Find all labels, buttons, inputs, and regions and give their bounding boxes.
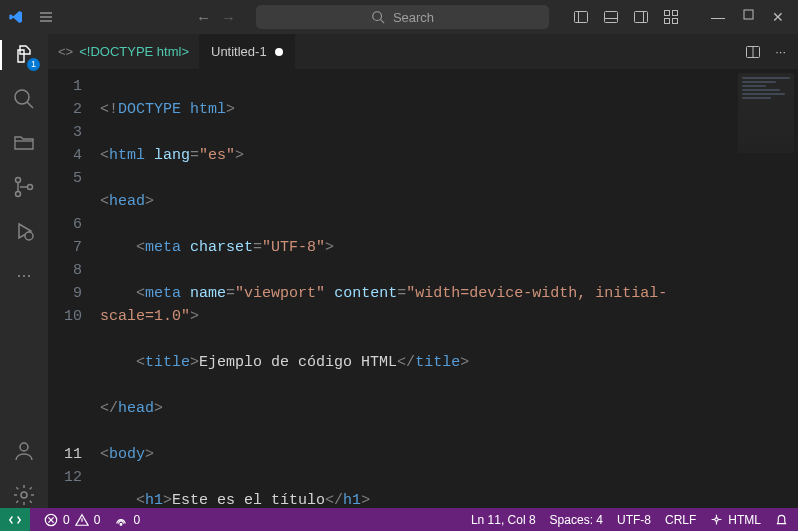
breadcrumb-doctype: <!DOCTYPE html> xyxy=(79,44,189,59)
editor-group: <> <!DOCTYPE html> Untitled-1 ··· 123456… xyxy=(48,34,798,508)
status-encoding[interactable]: UTF-8 xyxy=(617,513,651,527)
activity-bar: 1 ··· xyxy=(0,34,48,508)
nav-arrows: ← → xyxy=(196,9,236,26)
toggle-primary-sidebar-icon[interactable] xyxy=(573,9,589,25)
remote-indicator[interactable] xyxy=(0,508,30,531)
svg-line-17 xyxy=(27,102,33,108)
svg-point-31 xyxy=(121,523,123,525)
tab-title: Untitled-1 xyxy=(211,44,267,59)
search-icon xyxy=(371,10,385,24)
svg-point-20 xyxy=(28,185,33,190)
title-bar: ← → Search — ✕ xyxy=(0,0,798,34)
svg-rect-12 xyxy=(673,11,678,16)
accounts-icon[interactable] xyxy=(11,438,37,464)
maximize-icon[interactable] xyxy=(743,9,754,25)
customize-layout-icon[interactable] xyxy=(663,9,679,25)
status-language-mode[interactable]: HTML xyxy=(710,513,761,527)
line-number-gutter: 123456789101112 xyxy=(48,69,100,508)
status-problems[interactable]: 0 0 xyxy=(44,513,100,527)
status-bar: 0 0 0 Ln 11, Col 8 Spaces: 4 UTF-8 CRLF … xyxy=(0,508,798,531)
svg-point-24 xyxy=(21,492,27,498)
search-placeholder: Search xyxy=(393,10,434,25)
explorer-icon[interactable]: 1 xyxy=(11,42,37,68)
unsaved-dot-icon xyxy=(275,48,283,56)
status-cursor-position[interactable]: Ln 11, Col 8 xyxy=(471,513,536,527)
status-ports[interactable]: 0 xyxy=(114,513,140,527)
status-notifications-icon[interactable] xyxy=(775,513,788,526)
svg-rect-9 xyxy=(635,12,648,23)
folder-icon[interactable] xyxy=(11,130,37,156)
settings-gear-icon[interactable] xyxy=(11,482,37,508)
run-debug-icon[interactable] xyxy=(11,218,37,244)
vscode-logo-icon xyxy=(8,9,24,25)
nav-forward-icon[interactable]: → xyxy=(221,9,236,26)
svg-rect-7 xyxy=(605,12,618,23)
layout-controls xyxy=(569,9,683,25)
more-actions-icon[interactable]: ··· xyxy=(775,44,786,60)
minimize-icon[interactable]: — xyxy=(711,9,725,25)
code-content[interactable]: <!DOCTYPE html> <html lang="es"> <head> … xyxy=(100,69,798,508)
command-center-search[interactable]: Search xyxy=(256,5,549,29)
svg-rect-11 xyxy=(665,11,670,16)
svg-point-18 xyxy=(16,178,21,183)
svg-rect-13 xyxy=(665,19,670,24)
nav-back-icon[interactable]: ← xyxy=(196,9,211,26)
toggle-panel-icon[interactable] xyxy=(603,9,619,25)
split-editor-icon[interactable] xyxy=(745,44,761,60)
svg-point-19 xyxy=(16,192,21,197)
status-indentation[interactable]: Spaces: 4 xyxy=(550,513,603,527)
breadcrumb[interactable]: <> <!DOCTYPE html> xyxy=(48,44,199,59)
svg-rect-15 xyxy=(744,10,753,19)
close-icon[interactable]: ✕ xyxy=(772,9,784,25)
source-control-icon[interactable] xyxy=(11,174,37,200)
svg-point-23 xyxy=(20,443,28,451)
window-controls: — ✕ xyxy=(691,9,790,25)
main-area: 1 ··· <> <!DOCTYPE html> xyxy=(0,34,798,508)
explorer-badge: 1 xyxy=(27,58,40,71)
svg-point-32 xyxy=(715,518,718,521)
svg-point-22 xyxy=(25,232,33,240)
tab-bar: <> <!DOCTYPE html> Untitled-1 ··· xyxy=(48,34,798,69)
svg-rect-5 xyxy=(575,12,588,23)
more-icon[interactable]: ··· xyxy=(11,262,37,288)
svg-rect-14 xyxy=(673,19,678,24)
svg-point-16 xyxy=(15,90,29,104)
minimap[interactable] xyxy=(738,73,794,153)
search-sidebar-icon[interactable] xyxy=(11,86,37,112)
svg-line-4 xyxy=(381,20,385,24)
toggle-secondary-sidebar-icon[interactable] xyxy=(633,9,649,25)
hamburger-menu-icon[interactable] xyxy=(32,9,60,25)
code-editor[interactable]: 123456789101112 <!DOCTYPE html> <html la… xyxy=(48,69,798,508)
status-eol[interactable]: CRLF xyxy=(665,513,696,527)
editor-tab[interactable]: Untitled-1 xyxy=(199,34,296,69)
svg-point-3 xyxy=(373,12,382,21)
